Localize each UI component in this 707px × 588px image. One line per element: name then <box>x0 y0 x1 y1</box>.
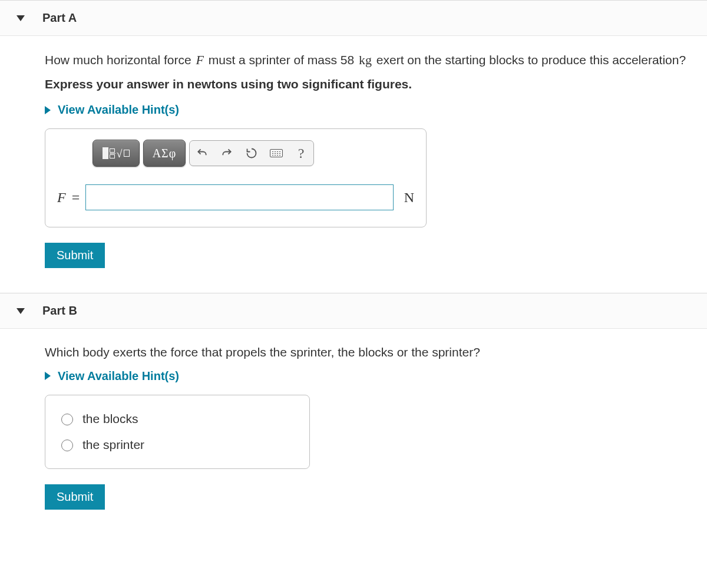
redo-icon <box>221 147 233 159</box>
help-button[interactable]: ? <box>289 141 313 166</box>
answer-input[interactable] <box>85 184 393 210</box>
part-b-title: Part B <box>42 304 77 318</box>
radio-the-blocks[interactable] <box>61 414 73 425</box>
answer-input-row: F = N <box>57 184 414 210</box>
reset-button[interactable] <box>239 141 264 166</box>
undo-button[interactable] <box>190 141 214 166</box>
chevron-right-icon <box>45 372 51 380</box>
question-mid: must a sprinter of mass 58 <box>205 53 358 67</box>
equals-sign: = <box>72 190 80 206</box>
lhs-variable: F <box>57 190 66 206</box>
templates-icon <box>103 147 130 160</box>
keyboard-icon <box>270 149 283 157</box>
equation-toolbar: ΑΣφ ? <box>92 140 414 167</box>
chevron-right-icon <box>45 106 51 114</box>
question-post: exert on the starting blocks to produce … <box>373 53 686 67</box>
question-text: How much horizontal force F must a sprin… <box>45 50 693 70</box>
question-var-f: F <box>196 52 203 67</box>
chevron-down-icon <box>16 308 25 314</box>
answer-entry-box: ΑΣφ ? <box>45 128 427 227</box>
part-a-body: How much horizontal force F must a sprin… <box>0 36 707 282</box>
keyboard-button[interactable] <box>264 141 289 166</box>
part-a-header[interactable]: Part A <box>0 0 707 36</box>
submit-button-b[interactable]: Submit <box>45 484 105 510</box>
undo-icon <box>196 147 208 159</box>
toolbar-actions: ? <box>189 140 314 166</box>
radio-the-sprinter[interactable] <box>61 440 73 451</box>
view-hints-link-b[interactable]: View Available Hint(s) <box>45 369 693 383</box>
templates-button[interactable] <box>92 140 140 167</box>
hints-label: View Available Hint(s) <box>58 103 179 117</box>
hints-label-b: View Available Hint(s) <box>58 369 179 383</box>
multiple-choice-box: the blocks the sprinter <box>45 395 310 469</box>
symbols-button[interactable]: ΑΣφ <box>143 140 186 167</box>
part-b-body: Which body exerts the force that propels… <box>0 329 707 524</box>
question-unit-kg: kg <box>359 52 372 67</box>
redo-button[interactable] <box>214 141 239 166</box>
reset-icon <box>246 147 257 159</box>
greek-symbols-icon: ΑΣφ <box>153 147 177 160</box>
chevron-down-icon <box>16 15 25 21</box>
question-text-b: Which body exerts the force that propels… <box>45 343 693 362</box>
option-label: the blocks <box>82 412 138 426</box>
view-hints-link-a[interactable]: View Available Hint(s) <box>45 103 693 117</box>
answer-unit: N <box>404 190 414 206</box>
option-the-sprinter[interactable]: the sprinter <box>58 432 296 458</box>
question-pre: How much horizontal force <box>45 53 194 67</box>
submit-button-a[interactable]: Submit <box>45 243 105 268</box>
part-a-title: Part A <box>42 11 77 25</box>
option-the-blocks[interactable]: the blocks <box>58 406 296 432</box>
answer-instruction: Express your answer in newtons using two… <box>45 77 693 91</box>
option-label: the sprinter <box>82 438 144 452</box>
help-icon: ? <box>298 146 305 161</box>
part-b-header[interactable]: Part B <box>0 293 707 329</box>
